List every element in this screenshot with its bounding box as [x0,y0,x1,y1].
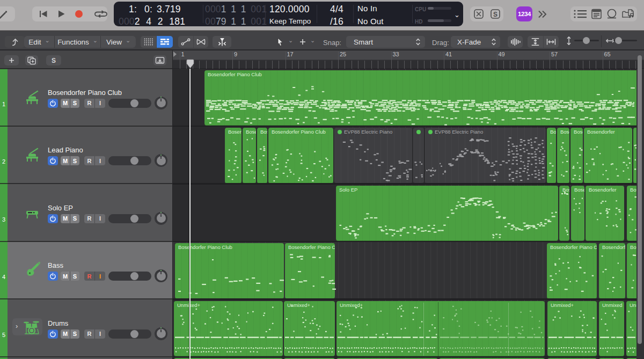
svg-text:S: S [493,11,497,18]
